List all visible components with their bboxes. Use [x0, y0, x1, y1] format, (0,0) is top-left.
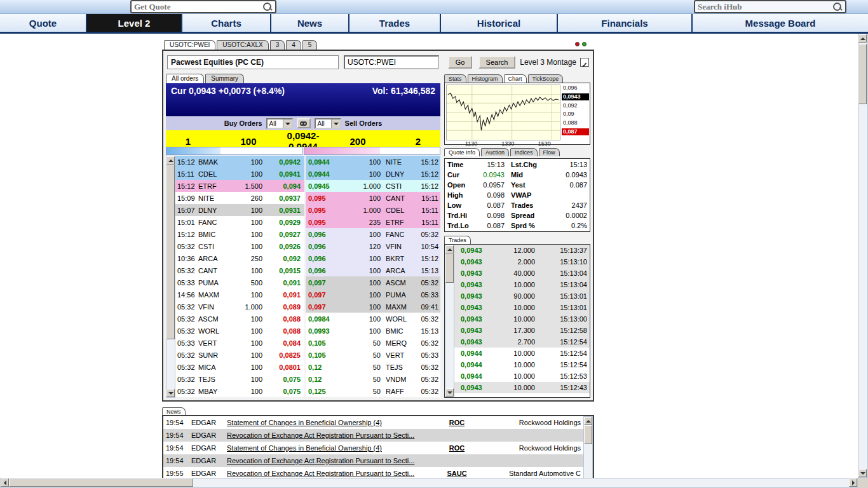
nav-tab[interactable]: News [271, 14, 349, 32]
buy-order-row[interactable]: 15:12 BMAK 100 0,0942 [175, 156, 304, 168]
nav-tab[interactable]: Message Board [693, 14, 868, 32]
buy-order-row[interactable]: 05:32 VFIN 1.000 0,089 [175, 301, 304, 313]
news-headline-link[interactable]: Statement of Changes in Beneficial Owner… [227, 444, 437, 452]
buy-order-row[interactable]: 05:32 CSTI 100 0,0926 [175, 240, 304, 252]
sell-order-row[interactable]: 0,0993 100 BMIC 15:13 [306, 325, 440, 337]
scrollbar-thumb[interactable] [9, 478, 193, 487]
sell-order-row[interactable]: 0,105 50 MERQ 05:32 [306, 337, 440, 349]
nav-tab[interactable]: Historical [441, 14, 558, 32]
buy-order-row[interactable]: 05:32 CANT 100 0,0915 [175, 264, 304, 276]
chart-tab[interactable]: Histogram [468, 74, 503, 83]
sell-order-row[interactable]: 0,125 50 RAFF 05:32 [306, 385, 440, 397]
sell-order-row[interactable]: 0,096 120 VFIN 10:54 [306, 240, 440, 252]
search-button[interactable]: Search [478, 56, 515, 69]
buy-order-row[interactable]: 15:01 FANC 100 0,0929 [175, 216, 304, 228]
scroll-down-button[interactable] [166, 389, 175, 397]
sell-order-row[interactable]: 0,105 50 VERT 05:33 [306, 349, 440, 361]
buy-order-row[interactable]: 14:56 MAXM 100 0,091 [175, 288, 304, 301]
workspace-tab[interactable]: USOTC:AXLX [217, 40, 268, 50]
buy-filter-select[interactable]: All [266, 118, 293, 129]
news-headline-link[interactable]: Revocation of Exchange Act Registration … [227, 470, 437, 477]
sell-order-row[interactable]: 0,0945 1.000 CSTI 15:12 [306, 180, 440, 192]
scrollbar-thumb[interactable] [166, 165, 175, 339]
news-symbol-link[interactable]: ROC [437, 444, 477, 452]
news-headline-link[interactable]: Revocation of Exchange Act Registration … [227, 431, 437, 439]
scrollbar-track[interactable] [9, 478, 849, 487]
quote-info-tab[interactable]: Flow [539, 148, 560, 156]
sell-order-row[interactable]: 0,097 100 PUMA 05:33 [306, 288, 440, 301]
scrollbar-track[interactable] [858, 43, 867, 469]
scroll-up-button[interactable] [584, 417, 592, 425]
buy-order-row[interactable]: 15:12 ETRF 1.500 0,094 [175, 180, 304, 192]
buy-order-row[interactable]: 05:33 VERT 100 0,084 [175, 337, 304, 349]
buy-order-row[interactable]: 05:32 WORL 100 0,088 [175, 325, 304, 337]
scrollbar-track[interactable] [445, 254, 454, 388]
sell-order-row[interactable]: 0,0984 100 WORL 05:32 [306, 313, 440, 325]
sell-order-row[interactable]: 0,12 50 VNDM 05:32 [306, 373, 440, 385]
scroll-down-button[interactable] [858, 469, 867, 477]
level3-checkbox[interactable] [580, 58, 589, 67]
buy-order-row[interactable]: 05:32 TEJS 100 0,075 [175, 373, 304, 385]
news-headline-link[interactable]: Revocation of Exchange Act Registration … [227, 457, 437, 464]
sell-order-row[interactable]: 0,097 100 ASCM 05:32 [306, 276, 440, 288]
buy-order-row[interactable]: 05:32 MBAY 100 0,075 [175, 385, 304, 397]
workspace-tab[interactable]: 4 [286, 40, 301, 50]
montage-tab[interactable]: All orders [166, 74, 204, 83]
buy-order-row[interactable]: 05:32 SUNR 100 0,0825 [175, 349, 304, 361]
search-icon[interactable] [832, 2, 843, 12]
scroll-right-button[interactable] [849, 478, 857, 487]
buy-order-row[interactable]: 05:32 ASCM 100 0,088 [175, 313, 304, 325]
search-ihub-input[interactable] [695, 2, 832, 12]
sell-order-row[interactable]: 0,097 100 MAXM 09:41 [306, 301, 440, 313]
chart-tab[interactable]: Stats [444, 74, 466, 83]
scroll-up-button[interactable] [166, 156, 175, 165]
workspace-tab[interactable]: USOTC:PWEI [164, 40, 215, 50]
buy-order-row[interactable]: 05:33 PUMA 500 0,091 [175, 276, 304, 288]
quote-info-tab[interactable]: Quote Info [444, 148, 480, 156]
scrollbar-thumb[interactable] [858, 44, 867, 104]
sell-order-row[interactable]: 0,096 100 BKRT 15:12 [306, 252, 440, 264]
nav-tab[interactable]: Quote [0, 14, 87, 32]
sell-order-row[interactable]: 0,0944 100 DLNY 15:12 [306, 168, 440, 180]
scrollbar-track[interactable] [584, 425, 592, 478]
symbol-input[interactable] [344, 55, 439, 69]
sell-order-row[interactable]: 0,095 1.000 CDEL 15:11 [306, 204, 440, 216]
scroll-left-button[interactable] [1, 478, 9, 487]
buy-order-row[interactable]: 05:32 MICA 100 0,0801 [175, 361, 304, 373]
quote-info-tab[interactable]: Indices [510, 148, 538, 156]
workspace-tab[interactable]: 3 [270, 40, 285, 50]
sell-order-row[interactable]: 0,0944 100 NITE 15:12 [306, 156, 440, 168]
scrollbar-thumb[interactable] [445, 254, 454, 283]
scroll-down-button[interactable] [445, 388, 454, 396]
chart-tab[interactable]: Chart [504, 74, 527, 83]
buy-order-row[interactable]: 15:12 BMIC 100 0,0927 [175, 228, 304, 240]
sell-filter-select[interactable]: All [315, 118, 341, 129]
search-icon[interactable] [262, 2, 273, 12]
nav-tab[interactable]: Level 2 [87, 14, 182, 32]
nav-tab[interactable]: Trades [349, 14, 441, 32]
buy-order-row[interactable]: 15:09 NITE 260 0,0937 [175, 192, 304, 204]
scroll-up-button[interactable] [858, 34, 867, 43]
montage-tab[interactable]: Summary [205, 74, 244, 83]
news-symbol-link[interactable]: SAUC [437, 470, 477, 477]
quote-info-tab[interactable]: Auction [481, 148, 509, 156]
sell-order-row[interactable]: 0,095 235 ETRF 15:11 [306, 216, 440, 228]
buy-order-row[interactable]: 15:07 DLNY 100 0,0931 [175, 204, 304, 216]
scroll-up-button[interactable] [445, 245, 454, 254]
news-symbol-link[interactable]: ROC [437, 419, 477, 426]
buy-order-row[interactable]: 10:36 ARCA 250 0,092 [175, 252, 304, 264]
chart-tab[interactable]: TickScope [528, 74, 564, 83]
workspace-tab[interactable]: 5 [302, 40, 318, 50]
news-headline-link[interactable]: Statement of Changes in Beneficial Owner… [227, 419, 437, 426]
sell-order-row[interactable]: 0,096 100 FANC 05:32 [306, 228, 440, 240]
scrollbar-track[interactable] [166, 165, 175, 389]
link-filters-icon[interactable] [297, 118, 311, 128]
sell-order-row[interactable]: 0,095 100 CANT 15:11 [306, 192, 440, 204]
scrollbar-thumb[interactable] [584, 425, 592, 444]
nav-tab[interactable]: Charts [182, 14, 271, 32]
sell-order-row[interactable]: 0,12 50 TEJS 05:32 [306, 361, 440, 373]
trades-tab[interactable]: Trades [444, 236, 471, 244]
sell-order-row[interactable]: 0,096 100 ARCA 15:13 [306, 264, 440, 276]
get-quote-input[interactable] [132, 2, 262, 12]
nav-tab[interactable]: Financials [558, 14, 693, 32]
